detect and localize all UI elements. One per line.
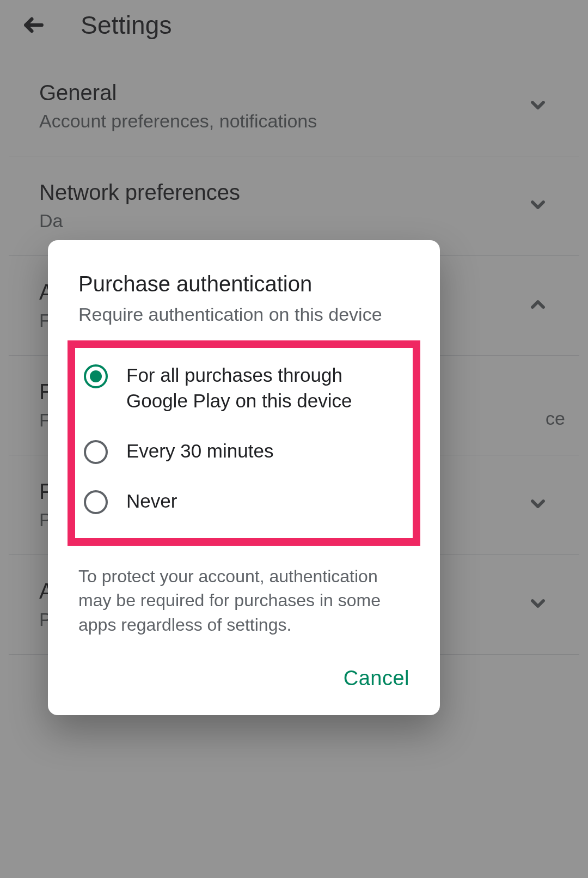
radio-icon: [84, 364, 108, 388]
radio-option-30min[interactable]: Every 30 minutes: [82, 426, 406, 476]
options-highlight: For all purchases through Google Play on…: [68, 340, 420, 546]
radio-label: Never: [126, 488, 177, 514]
cancel-button[interactable]: Cancel: [344, 667, 409, 690]
purchase-authentication-dialog: Purchase authentication Require authenti…: [48, 240, 440, 715]
dialog-title: Purchase authentication: [48, 272, 440, 296]
dialog-subtitle: Require authentication on this device: [48, 296, 440, 340]
dialog-actions: Cancel: [48, 648, 440, 696]
radio-icon: [84, 440, 108, 464]
radio-option-all-purchases[interactable]: For all purchases through Google Play on…: [82, 350, 406, 426]
radio-label: Every 30 minutes: [126, 438, 273, 464]
radio-label: For all purchases through Google Play on…: [126, 362, 404, 414]
radio-icon: [84, 490, 108, 514]
radio-option-never[interactable]: Never: [82, 476, 406, 526]
dialog-note: To protect your account, authentication …: [48, 546, 440, 648]
